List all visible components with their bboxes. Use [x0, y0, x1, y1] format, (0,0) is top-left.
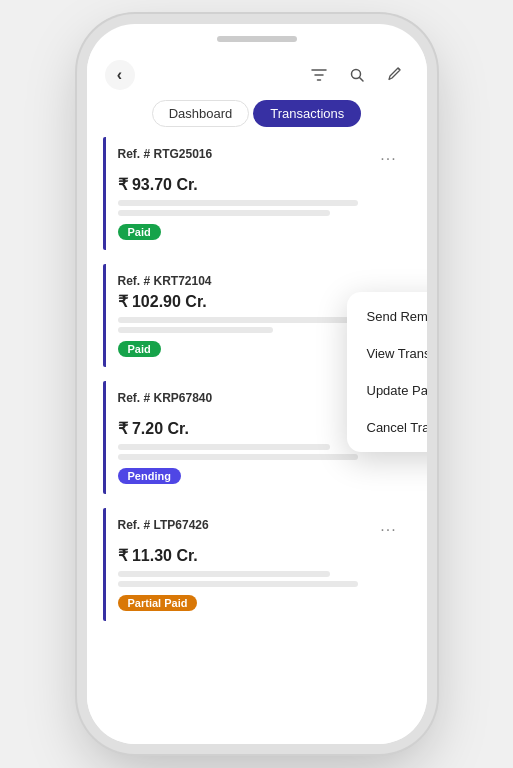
edit-icon — [387, 67, 403, 83]
context-menu: Send Reminder View Transaction Update Pa… — [347, 292, 427, 452]
txn-badge-1: Paid — [118, 224, 161, 240]
back-button[interactable]: ‹ — [105, 60, 135, 90]
txn-badge-2: Paid — [118, 341, 161, 357]
txn-ref-1: Ref. # RTG25016 — [118, 147, 213, 161]
top-icons — [305, 61, 409, 89]
txn-amount-1: ₹ 93.70 Cr. — [118, 175, 401, 194]
transaction-item-1: Ref. # RTG25016 ··· ₹ 93.70 Cr. Paid — [103, 137, 411, 250]
phone-notch — [217, 36, 297, 42]
txn-header-4: Ref. # LTP67426 ··· — [118, 518, 401, 542]
context-menu-cancel-transaction[interactable]: Cancel Transaction — [347, 409, 427, 446]
txn-amount-4: ₹ 11.30 Cr. — [118, 546, 401, 565]
txn-header-1: Ref. # RTG25016 ··· — [118, 147, 401, 171]
filter-button[interactable] — [305, 61, 333, 89]
txn-ref-3: Ref. # KRP67840 — [118, 391, 213, 405]
txn-line-2a — [118, 317, 359, 323]
search-button[interactable] — [343, 61, 371, 89]
back-icon: ‹ — [117, 66, 122, 84]
more-button-4[interactable]: ··· — [377, 518, 401, 542]
txn-ref-4: Ref. # LTP67426 — [118, 518, 209, 532]
top-bar: ‹ — [87, 50, 427, 96]
txn-line-4a — [118, 571, 330, 577]
txn-line-2b — [118, 327, 274, 333]
more-button-1[interactable]: ··· — [377, 147, 401, 171]
tab-dashboard[interactable]: Dashboard — [152, 100, 250, 127]
txn-line-1b — [118, 210, 330, 216]
txn-badge-3: Pending — [118, 468, 181, 484]
phone-wrapper: ‹ — [0, 0, 513, 768]
txn-line-1a — [118, 200, 359, 206]
tab-bar: Dashboard Transactions — [87, 96, 427, 137]
txn-line-4b — [118, 581, 359, 587]
transactions-list: Ref. # RTG25016 ··· ₹ 93.70 Cr. Paid Ref… — [87, 137, 427, 744]
phone-shell: ‹ — [87, 24, 427, 744]
phone-screen: ‹ — [87, 50, 427, 744]
txn-line-3b — [118, 454, 359, 460]
txn-badge-4: Partial Paid — [118, 595, 198, 611]
txn-header-2: Ref. # KRT72104 — [118, 274, 401, 288]
filter-icon — [311, 67, 327, 83]
context-menu-send-reminder[interactable]: Send Reminder — [347, 298, 427, 335]
context-menu-update-payment[interactable]: Update Payment — [347, 372, 427, 409]
txn-line-3a — [118, 444, 330, 450]
transaction-item-4: Ref. # LTP67426 ··· ₹ 11.30 Cr. Partial … — [103, 508, 411, 621]
context-menu-view-transaction[interactable]: View Transaction — [347, 335, 427, 372]
edit-button[interactable] — [381, 61, 409, 89]
txn-ref-2: Ref. # KRT72104 — [118, 274, 212, 288]
tab-transactions[interactable]: Transactions — [253, 100, 361, 127]
search-icon — [349, 67, 365, 83]
